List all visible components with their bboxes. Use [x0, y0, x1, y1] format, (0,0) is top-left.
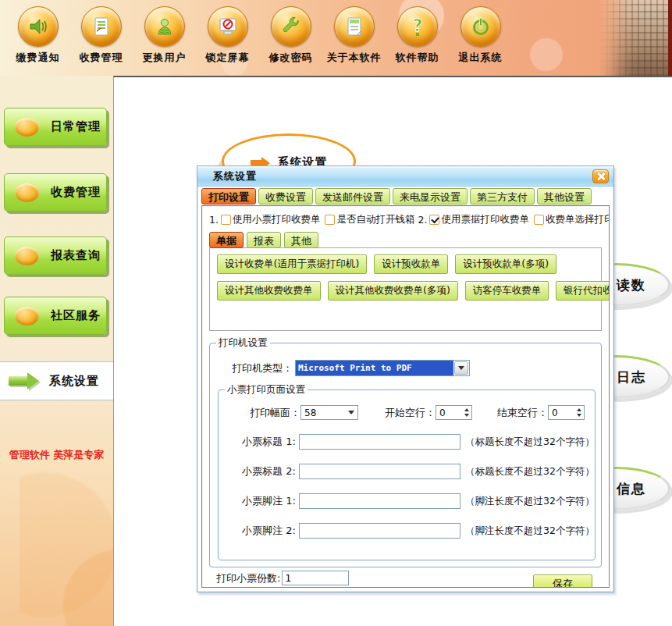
subtab-receipts[interactable]: 单据 — [209, 232, 244, 248]
start-blank-label: 开始空行： — [385, 406, 436, 420]
option-label: 是否自动打开钱箱 — [336, 213, 414, 226]
sidebar-item-daily-management[interactable]: 日常管理 — [4, 108, 107, 146]
option-number: 1. — [209, 214, 219, 226]
sidebar-item-community-service[interactable]: 社区服务 — [4, 297, 107, 335]
subtab-reports[interactable]: 报表 — [247, 232, 281, 248]
tab-fee-settings[interactable]: 收费设置 — [258, 188, 313, 205]
printer-type-combobox[interactable]: Microsoft Print to PDF — [295, 360, 470, 376]
field-hint: （脚注长度不超过32个字符） — [465, 495, 595, 508]
spinner-arrows-icon[interactable] — [577, 408, 581, 417]
bank-withholding-button[interactable]: 银行代扣收费单 — [556, 281, 610, 301]
printer-type-label: 打印机类型： — [227, 361, 293, 375]
about-icon — [334, 6, 375, 47]
receipt-footer1-input[interactable] — [299, 493, 460, 509]
design-button-panel: 设计收费单(适用于票据打印机) 设计预收款单 设计预收款单(多项) 设计其他收费… — [209, 247, 602, 331]
copies-input[interactable] — [282, 571, 349, 585]
checkbox-auto-open-cashbox[interactable] — [325, 215, 335, 225]
toolbar-button-about-software[interactable]: 关于本软件 — [322, 6, 386, 65]
design-prepay-button[interactable]: 设计预收款单 — [374, 254, 448, 274]
design-other-fee-button[interactable]: 设计其他收费收费单 — [217, 281, 321, 301]
toolbar-label: 修改密码 — [269, 51, 313, 65]
print-settings-page: 1. 使用小票打印收费单 是否自动打开钱箱 2. 使用票据打印收费单 收费单选择… — [201, 205, 610, 588]
field-label: 小票标题 1: — [233, 435, 296, 449]
system-settings-dialog: 系统设置 打印设置 收费设置 发送邮件设置 来电显示设置 第三方支付 其他设置 … — [197, 165, 614, 592]
dialog-tabs: 打印设置 收费设置 发送邮件设置 来电显示设置 第三方支付 其他设置 — [201, 188, 610, 205]
chevron-down-icon — [458, 366, 464, 373]
sidebar-item-fee-management[interactable]: 收费管理 — [4, 173, 107, 212]
top-toolbar: 缴费通知 收费管理 更换用户 锁定屏幕 — [0, 0, 672, 76]
design-prepay-multi-button[interactable]: 设计预收款单(多项) — [455, 254, 556, 274]
option-label: 使用小票打印收费单 — [233, 213, 321, 226]
tab-thirdparty-payment[interactable]: 第三方支付 — [470, 188, 535, 205]
field-hint: （标题长度不超过32个字符） — [465, 465, 595, 478]
receipt-title2-row: 小票标题 2: （标题长度不超过32个字符） — [233, 464, 595, 479]
start-blank-spinner[interactable]: 0 — [436, 405, 472, 420]
orange-dot-icon — [15, 247, 39, 265]
toolbar-label: 退出系统 — [459, 51, 503, 65]
green-arrow-icon — [9, 372, 40, 389]
sidebar-item-report-query[interactable]: 报表查询 — [4, 237, 107, 275]
checkbox-select-printer[interactable] — [534, 215, 544, 225]
document-icon — [81, 6, 122, 47]
tab-callerid-settings[interactable]: 来电显示设置 — [393, 188, 468, 205]
wrench-icon — [271, 6, 311, 47]
width-value: 58 — [304, 407, 348, 418]
toolbar-button-exit-system[interactable]: 退出系统 — [449, 6, 512, 65]
design-other-fee-multi-button[interactable]: 设计其他收费收费单(多项) — [328, 281, 458, 301]
dialog-title: 系统设置 — [213, 169, 257, 183]
checkbox-use-invoice-printer[interactable] — [429, 215, 439, 225]
group-title: 小票打印页面设置 — [225, 383, 308, 397]
visitor-parking-button[interactable]: 访客停车收费单 — [465, 281, 549, 301]
tab-email-settings[interactable]: 发送邮件设置 — [315, 188, 390, 205]
toolbar-label: 软件帮助 — [396, 51, 439, 65]
speaker-icon — [18, 6, 59, 47]
printer-type-value: Microsoft Print to PDF — [296, 361, 453, 375]
toolbar-button-switch-user[interactable]: 更换用户 — [133, 6, 196, 65]
group-title: 打印机设置 — [216, 336, 270, 350]
end-blank-value: 0 — [552, 407, 577, 418]
toolbar-label: 收费管理 — [80, 51, 123, 65]
toolbar-button-change-password[interactable]: 修改密码 — [259, 6, 322, 65]
sidebar-item-system-settings[interactable]: 系统设置 — [0, 361, 114, 400]
sidebar-item-label: 社区服务 — [51, 308, 101, 323]
width-label: 打印幅面： — [250, 406, 300, 420]
power-icon — [460, 6, 501, 47]
receipt-title1-input[interactable] — [299, 434, 460, 450]
sidebar-item-label: 报表查询 — [51, 248, 101, 263]
toolbar-button-lock-screen[interactable]: 锁定屏幕 — [196, 6, 259, 65]
field-label: 小票脚注 2: — [233, 524, 296, 538]
paper-width-combobox[interactable]: 58 — [300, 405, 358, 420]
toolbar-label: 关于本软件 — [327, 51, 382, 65]
building-image — [600, 0, 672, 76]
app-window: 缴费通知 收费管理 更换用户 锁定屏幕 — [0, 0, 672, 626]
close-button[interactable] — [592, 169, 609, 183]
orange-dot-icon — [15, 307, 39, 325]
toolbar-button-fee-management[interactable]: 收费管理 — [69, 6, 133, 65]
user-icon — [144, 6, 185, 47]
dropdown-button[interactable] — [454, 361, 468, 375]
tab-other-settings[interactable]: 其他设置 — [537, 188, 592, 205]
dialog-titlebar[interactable]: 系统设置 — [197, 166, 613, 187]
toolbar-button-payment-notice[interactable]: 缴费通知 — [6, 6, 69, 65]
receipt-footer2-row: 小票脚注 2: （脚注长度不超过32个字符） — [233, 523, 595, 539]
design-subtabs: 单据 报表 其他 — [209, 232, 602, 248]
orange-dot-icon — [15, 183, 39, 202]
chevron-down-icon — [348, 411, 354, 418]
option-number: 2. — [418, 214, 427, 226]
sidebar-item-label: 日常管理 — [51, 119, 101, 134]
subtab-others[interactable]: 其他 — [284, 232, 318, 248]
end-blank-spinner[interactable]: 0 — [548, 405, 585, 420]
spinner-arrows-icon[interactable] — [464, 408, 469, 417]
toolbar-button-software-help[interactable]: ? 软件帮助 — [386, 6, 449, 65]
page-width-row: 打印幅面： 58 开始空行： 0 结束空行： — [250, 405, 595, 420]
receipt-title2-input[interactable] — [299, 464, 460, 479]
design-receipt-button[interactable]: 设计收费单(适用于票据打印机) — [217, 254, 367, 274]
receipt-footer2-input[interactable] — [299, 523, 460, 539]
orange-dot-icon — [15, 118, 39, 137]
option-label: 使用票据打印收费单 — [441, 213, 529, 226]
toolbar-label: 缴费通知 — [16, 51, 60, 65]
tab-print-settings[interactable]: 打印设置 — [201, 188, 256, 205]
option-label: 收费单选择打印机 — [546, 213, 610, 226]
checkbox-use-receipt-printer[interactable] — [221, 215, 231, 225]
copies-row: 打印小票份数: — [216, 571, 601, 585]
